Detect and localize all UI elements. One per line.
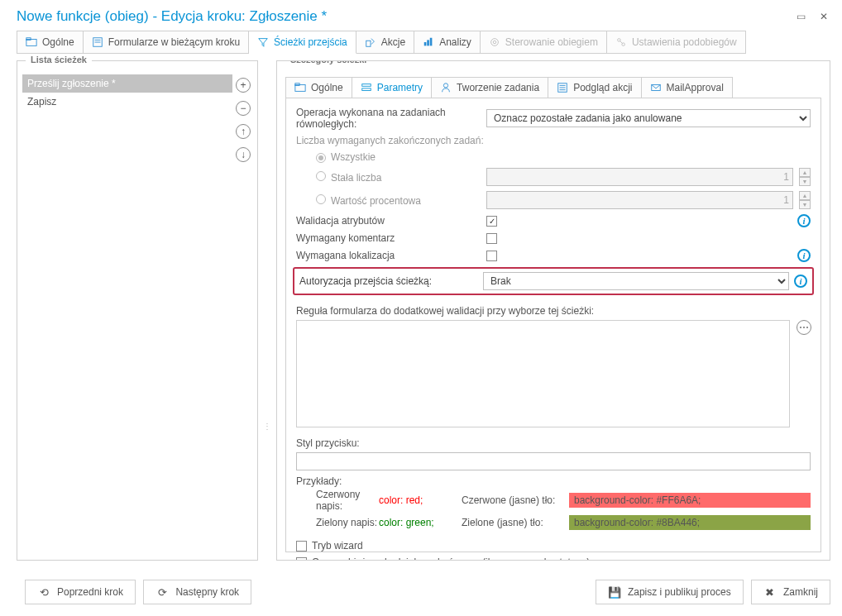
arrow-left-icon: ⟲ [37, 585, 50, 599]
opt-all: Wszystkie [296, 151, 486, 163]
arrow-right-icon: ⟳ [155, 585, 169, 599]
rule-more-button[interactable]: ⋯ [797, 320, 811, 335]
validate-attrs-label: Walidacja atrybutów [296, 215, 486, 227]
example-red-label: Czerwony napis: [296, 489, 379, 512]
svg-rect-9 [430, 38, 433, 46]
gear-icon [489, 36, 500, 48]
info-icon[interactable]: i [797, 214, 811, 227]
opt-percent: Wartość procentowa [296, 194, 486, 207]
info-icon[interactable]: i [797, 249, 811, 262]
tab-forms[interactable]: Formularze w bieżącym kroku [84, 31, 249, 54]
list-icon [557, 82, 568, 93]
auth-path-label: Autoryzacja przejścia ścieżką: [299, 275, 483, 287]
example-green-code: color: green; [379, 517, 462, 528]
required-count-label: Liczba wymaganych zakończonych zadań: [296, 135, 486, 146]
style-input[interactable] [296, 452, 811, 470]
subflow-icon [615, 36, 627, 48]
validate-attrs-checkbox[interactable]: ✓ [486, 216, 497, 227]
auth-path-select[interactable]: Brak [483, 272, 789, 290]
tab-subflow: Ustawienia podobiegów [607, 31, 746, 54]
path-item-selected[interactable]: Prześlij zgłoszenie * [22, 74, 232, 93]
example-greenbg-code: background-color: #8BA446; [569, 515, 811, 530]
tab-actions[interactable]: Akcje [356, 31, 414, 54]
prev-step-button[interactable]: ⟲ Poprzedni krok [25, 580, 136, 604]
example-greenbg-label: Zielone (jasne) tło: [462, 517, 569, 528]
info-icon[interactable]: i [794, 275, 807, 288]
svg-rect-17 [361, 88, 371, 91]
svg-point-10 [490, 39, 498, 46]
require-comment-checkbox[interactable] [486, 233, 497, 244]
svg-point-18 [443, 84, 447, 88]
example-red-code: color: red; [379, 494, 462, 506]
spinner-icon: ▲▼ [799, 168, 811, 186]
svg-point-11 [493, 41, 496, 44]
parallel-op-select[interactable]: Oznacz pozostałe zadania jako anulowane [486, 109, 811, 127]
subtab-task[interactable]: Tworzenie zadania [432, 77, 548, 98]
folder-icon [294, 82, 306, 93]
move-down-button[interactable]: ↓ [236, 147, 251, 162]
details-title: Szczegóły ścieżki [285, 60, 371, 64]
window-close-icon[interactable]: ✕ [817, 11, 830, 22]
move-up-button[interactable]: ↑ [236, 124, 251, 139]
svg-rect-16 [361, 84, 371, 87]
form-icon [92, 36, 103, 48]
path-item[interactable]: Zapisz [22, 93, 232, 111]
fixed-number-input [486, 168, 793, 186]
add-path-button[interactable]: + [236, 78, 251, 93]
paths-list-title: Lista ścieżek [26, 55, 92, 64]
svg-marker-5 [259, 39, 268, 47]
wizard-checkbox[interactable] [296, 541, 307, 552]
user-icon [440, 82, 452, 93]
remove-path-button[interactable]: − [236, 101, 251, 116]
actions-icon [365, 36, 376, 48]
percent-number-input [486, 191, 793, 209]
svg-rect-8 [427, 40, 429, 45]
path-details-panel: Szczegóły ścieżki Ogólne Parametry Tworz… [276, 60, 830, 561]
close-button[interactable]: ✖ Zamknij [751, 580, 830, 604]
chart-icon [423, 36, 434, 48]
require-location-checkbox[interactable] [486, 251, 497, 261]
spinner-icon: ▲▼ [799, 191, 811, 209]
tab-general[interactable]: Ogólne [17, 31, 84, 54]
rule-label: Reguła formularza do dodatkowej walidacj… [296, 305, 811, 317]
example-redbg-label: Czerwone (jasne) tło: [462, 494, 569, 506]
rule-textarea[interactable] [296, 320, 790, 427]
subtab-parameters[interactable]: Parametry [352, 77, 432, 98]
example-green-label: Zielony napis: [296, 517, 379, 528]
opt-fixed: Stała liczba [296, 171, 486, 184]
tab-flowcontrol: Sterowanie obiegiem [481, 31, 607, 54]
mark-done-label: Oznacz bieżący krok jako zakończony (iko… [312, 556, 590, 561]
window-minimize-icon[interactable]: ▭ [795, 11, 808, 22]
example-redbg-code: background-color: #FF6A6A; [569, 493, 811, 508]
publish-button[interactable]: 💾 Zapisz i publikuj proces [596, 580, 744, 604]
subtab-mailapproval[interactable]: MailApproval [642, 77, 733, 98]
svg-rect-7 [424, 42, 427, 45]
parallel-op-label: Operacja wykonana na zadaniach równoległ… [296, 107, 486, 130]
save-icon: 💾 [608, 585, 621, 599]
close-icon: ✖ [763, 585, 777, 599]
next-step-button[interactable]: ⟳ Następny krok [143, 580, 251, 604]
require-comment-label: Wymagany komentarz [296, 232, 486, 244]
tab-paths[interactable]: Ścieżki przejścia [249, 31, 356, 54]
filter-icon [257, 36, 269, 48]
window-title: Nowe funkcje (obieg) - Edycja kroku: Zgł… [17, 8, 327, 25]
subtab-general[interactable]: Ogólne [285, 77, 352, 98]
svg-rect-6 [366, 41, 371, 46]
auth-path-highlight: Autoryzacja przejścia ścieżką: Brak i [293, 267, 814, 295]
tab-analysis[interactable]: Analizy [414, 31, 481, 54]
style-label: Styl przycisku: [296, 437, 811, 449]
splitter-handle[interactable]: ⋮ [265, 60, 270, 561]
subtab-preview[interactable]: Podgląd akcji [548, 77, 641, 98]
paths-list-panel: Lista ścieżek Prześlij zgłoszenie * Zapi… [17, 60, 258, 561]
mark-done-checkbox[interactable]: ✓ [296, 557, 307, 561]
require-location-label: Wymagana lokalizacja [296, 250, 486, 261]
params-icon [361, 82, 372, 93]
wizard-label: Tryb wizard [312, 540, 363, 552]
mail-icon [650, 82, 662, 93]
folder-icon [26, 36, 37, 48]
examples-label: Przykłady: [296, 475, 811, 487]
